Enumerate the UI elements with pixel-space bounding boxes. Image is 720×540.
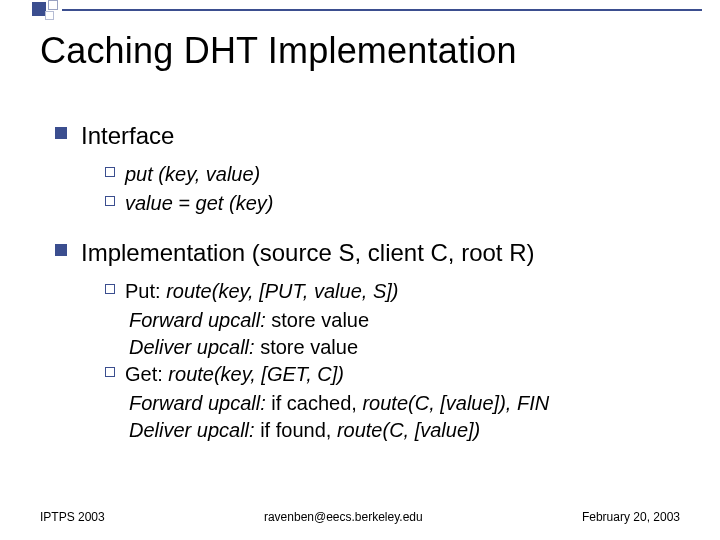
bullet-level2: Put: route(key, [PUT, value, S]): [105, 278, 675, 305]
footer-left: IPTPS 2003: [40, 510, 105, 524]
footer-right: February 20, 2003: [582, 510, 680, 524]
line-rest-pre: if cached,: [266, 392, 363, 414]
section-heading: Interface: [81, 120, 174, 151]
line-rest-pre: if found,: [255, 419, 337, 441]
line-lead: Deliver upcall:: [129, 419, 255, 441]
subitem-call: route(key, [PUT, value, S]): [166, 280, 398, 302]
bullet-level1: Implementation (source S, client C, root…: [55, 237, 675, 268]
slide-title: Caching DHT Implementation: [40, 30, 517, 72]
deco-rule: [62, 9, 702, 11]
subitem-text: Put: route(key, [PUT, value, S]): [125, 278, 398, 305]
slide-footer: IPTPS 2003 ravenben@eecs.berkeley.edu Fe…: [40, 510, 680, 524]
bullet-level2: put (key, value): [105, 161, 675, 188]
bullet-open-square-icon: [105, 196, 115, 206]
subitem-rest: = get (key): [173, 192, 274, 214]
deco-square-outline-2: [45, 11, 54, 20]
subitem-text: value = get (key): [125, 190, 273, 217]
slide-content: Interface put (key, value) value = get (…: [55, 100, 675, 452]
deco-square-filled: [32, 2, 46, 16]
line-lead: Deliver upcall:: [129, 336, 255, 358]
subitems-group: put (key, value) value = get (key): [105, 161, 675, 217]
line-rest-italic: route(C, [value]), FIN: [362, 392, 549, 414]
bullet-square-icon: [55, 127, 67, 139]
subitem-label: Get:: [125, 363, 168, 385]
subitem-line: Forward upcall: store value: [129, 307, 675, 334]
header-decoration: [0, 0, 720, 26]
subitem-line: Forward upcall: if cached, route(C, [val…: [129, 390, 675, 417]
deco-square-outline-1: [48, 0, 58, 10]
subitems-group: Put: route(key, [PUT, value, S]) Forward…: [105, 278, 675, 444]
line-lead: Forward upcall:: [129, 309, 266, 331]
subitem-call: route(key, [GET, C]): [168, 363, 344, 385]
bullet-open-square-icon: [105, 367, 115, 377]
footer-center: ravenben@eecs.berkeley.edu: [105, 510, 582, 524]
subitem-rest: (key, value): [153, 163, 260, 185]
subitem-prefix: value: [125, 192, 173, 214]
subitem-prefix: put: [125, 163, 153, 185]
line-rest: store value: [266, 309, 369, 331]
section-heading: Implementation (source S, client C, root…: [81, 237, 535, 268]
line-rest-italic: route(C, [value]): [337, 419, 480, 441]
bullet-level1: Interface: [55, 120, 675, 151]
bullet-open-square-icon: [105, 167, 115, 177]
bullet-square-icon: [55, 244, 67, 256]
subitem-label: Put:: [125, 280, 166, 302]
subitem-line: Deliver upcall: if found, route(C, [valu…: [129, 417, 675, 444]
line-lead: Forward upcall:: [129, 392, 266, 414]
bullet-open-square-icon: [105, 284, 115, 294]
subitem-text: put (key, value): [125, 161, 260, 188]
bullet-level2: value = get (key): [105, 190, 675, 217]
subitem-line: Deliver upcall: store value: [129, 334, 675, 361]
subitem-text: Get: route(key, [GET, C]): [125, 361, 344, 388]
line-rest: store value: [255, 336, 358, 358]
bullet-level2: Get: route(key, [GET, C]): [105, 361, 675, 388]
